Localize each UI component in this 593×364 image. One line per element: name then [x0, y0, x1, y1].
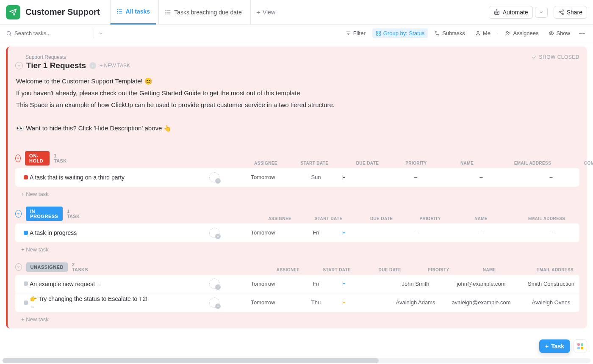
col-email: EMAIL ADDRESS: [494, 161, 571, 165]
space-title[interactable]: Customer Support: [25, 7, 100, 17]
svg-point-17: [562, 10, 563, 11]
add-assignee-icon[interactable]: [209, 172, 219, 182]
scrollbar-thumb[interactable]: [3, 358, 379, 363]
filter-label: Filter: [353, 30, 366, 36]
tab-breaching[interactable]: Tasks breaching due date: [158, 0, 248, 25]
priority-cell[interactable]: [341, 174, 388, 180]
task-row[interactable]: A task that is waiting on a third party …: [15, 168, 579, 187]
search-input[interactable]: [14, 30, 74, 36]
people-icon: [505, 30, 511, 36]
status-square[interactable]: [24, 231, 28, 235]
col-due-date: DUE DATE: [342, 161, 393, 165]
status-square[interactable]: [24, 301, 28, 305]
add-assignee-icon[interactable]: [209, 298, 219, 308]
show-button[interactable]: Show: [545, 28, 574, 38]
group-header: ON-HOLD 1 TASK: [15, 151, 67, 165]
status-pill[interactable]: UNASSIGNED: [26, 262, 68, 272]
company-cell[interactable]: Smith Construction: [519, 281, 579, 287]
list-title[interactable]: Tier 1 Requests: [26, 61, 86, 70]
collapse-group-button[interactable]: [15, 154, 21, 162]
assignee-cell[interactable]: [193, 172, 236, 182]
task-row[interactable]: A task in progress Tomorrow Fri – – –: [15, 223, 579, 242]
more-button[interactable]: [577, 28, 587, 39]
collapse-list-button[interactable]: [15, 62, 23, 69]
group-by-button[interactable]: Group by: Status: [372, 28, 428, 38]
task-rows: A task that is waiting on a third party …: [15, 168, 579, 187]
start-date-cell[interactable]: Tomorrow: [236, 174, 291, 180]
collapse-group-button[interactable]: [15, 210, 22, 218]
svg-point-13: [496, 12, 496, 13]
start-date-cell[interactable]: Tomorrow: [236, 281, 291, 287]
tab-all-tasks[interactable]: All tasks: [110, 0, 156, 25]
me-button[interactable]: Me: [472, 28, 494, 38]
filter-button[interactable]: Filter: [342, 28, 369, 38]
horizontal-scrollbar[interactable]: [3, 358, 590, 363]
assignee-cell[interactable]: [193, 228, 236, 238]
start-date-cell[interactable]: Tomorrow: [236, 229, 291, 236]
due-date-cell[interactable]: Thu: [291, 299, 341, 306]
robot-icon: [493, 9, 500, 16]
name-cell[interactable]: –: [388, 229, 443, 236]
start-date-cell[interactable]: Tomorrow: [236, 299, 291, 306]
task-title[interactable]: 👉 Try changing the status to Escalate to…: [30, 295, 193, 309]
priority-cell[interactable]: [341, 300, 388, 306]
status-pill[interactable]: IN PROGRESS: [26, 207, 63, 221]
due-date-cell[interactable]: Fri: [291, 229, 341, 236]
apps-button[interactable]: [574, 339, 587, 353]
add-view-button[interactable]: + View: [250, 0, 281, 25]
svg-point-10: [166, 14, 166, 14]
collapse-group-button[interactable]: [15, 263, 22, 271]
col-email: EMAIL ADDRESS: [509, 216, 585, 221]
chevron-down-icon: [17, 265, 20, 269]
new-task-fab[interactable]: + Task: [539, 339, 570, 353]
automate-dropdown[interactable]: [535, 7, 548, 18]
search-dropdown[interactable]: [94, 29, 103, 38]
name-cell[interactable]: Avaleigh Adams: [388, 299, 443, 306]
priority-cell[interactable]: [341, 230, 388, 236]
email-cell[interactable]: avaleigh@example.com: [443, 299, 519, 306]
assignee-cell[interactable]: [193, 298, 236, 308]
new-task-inline-button[interactable]: + NEW TASK: [100, 63, 130, 69]
task-title[interactable]: A task in progress: [30, 229, 193, 236]
person-icon: [475, 30, 481, 36]
task-title[interactable]: An example new request ≡: [30, 280, 193, 287]
company-cell[interactable]: –: [519, 174, 579, 180]
svg-point-36: [551, 33, 552, 34]
add-assignee-icon[interactable]: [209, 279, 219, 289]
subtasks-label: Subtasks: [442, 30, 465, 36]
assignees-button[interactable]: Assignees: [502, 28, 542, 38]
chevron-down-icon: [539, 10, 544, 15]
automate-button[interactable]: Automate: [489, 6, 533, 19]
priority-cell[interactable]: [341, 281, 388, 287]
status-square[interactable]: [24, 281, 28, 286]
subtasks-button[interactable]: Subtasks: [431, 28, 468, 38]
new-task-button[interactable]: + New task: [15, 242, 579, 254]
email-cell[interactable]: –: [443, 174, 519, 180]
new-task-button[interactable]: + New task: [15, 187, 579, 199]
share-button[interactable]: Share: [554, 6, 587, 19]
email-cell[interactable]: john@example.com: [443, 281, 519, 287]
status-square[interactable]: [24, 175, 28, 179]
company-cell[interactable]: Avaleigh Ovens: [519, 299, 579, 306]
assignee-cell[interactable]: [193, 279, 236, 289]
add-assignee-icon[interactable]: [209, 228, 219, 238]
task-row[interactable]: An example new request ≡ Tomorrow Fri Jo…: [15, 275, 579, 293]
column-headers: . ASSIGNEE START DATE DUE DATE PRIORITY …: [67, 161, 593, 165]
due-date-cell[interactable]: Fri: [291, 281, 341, 287]
show-closed-button[interactable]: SHOW CLOSED: [532, 54, 579, 60]
breadcrumb[interactable]: Support Requests: [25, 54, 579, 60]
company-cell[interactable]: –: [519, 229, 579, 236]
svg-point-0: [117, 9, 118, 10]
due-date-cell[interactable]: Sun: [291, 174, 341, 180]
status-group: ON-HOLD 1 TASK . ASSIGNEE START DATE DUE…: [15, 151, 579, 199]
new-task-button[interactable]: + New task: [15, 312, 579, 324]
share-icon: [558, 9, 564, 15]
task-title[interactable]: A task that is waiting on a third party: [30, 174, 193, 181]
name-cell[interactable]: John Smith: [388, 281, 443, 287]
svg-point-33: [477, 31, 479, 33]
email-cell[interactable]: –: [443, 229, 519, 236]
info-icon[interactable]: i: [89, 62, 96, 69]
task-row[interactable]: 👉 Try changing the status to Escalate to…: [15, 293, 579, 312]
status-pill[interactable]: ON-HOLD: [25, 151, 50, 165]
name-cell[interactable]: –: [388, 174, 443, 180]
